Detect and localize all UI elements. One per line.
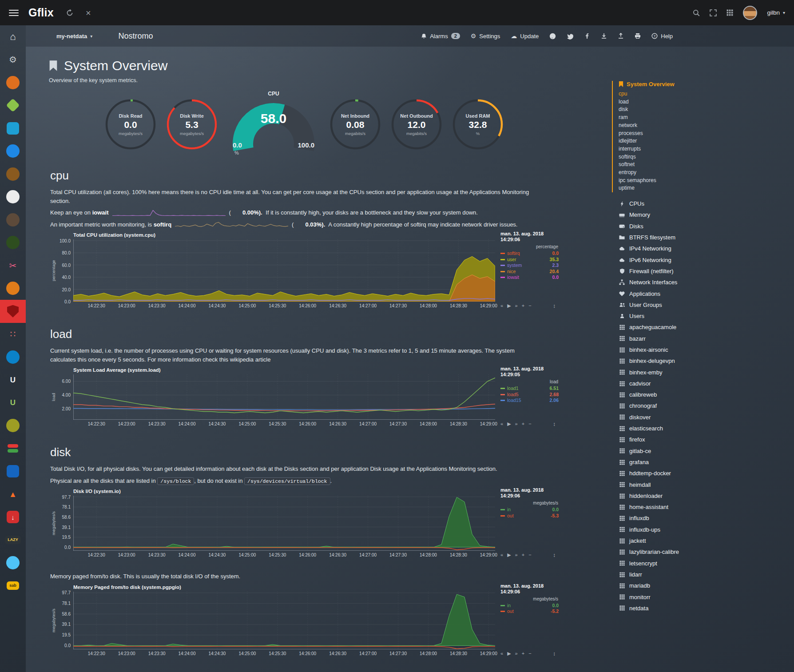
user-menu[interactable]: gilbn ▾ [767,9,785,16]
toc-section-system-overview[interactable]: System Overview [619,81,725,87]
chart-plot[interactable] [73,239,495,302]
chart-play-icon[interactable]: ▶ [507,303,511,309]
chart-zoom-out-icon[interactable]: − [528,421,531,427]
toc-container-heimdall[interactable]: heimdall [619,479,725,490]
toc-container-gitlab-ce[interactable]: gitlab-ce [619,445,725,457]
app-icon-ombi[interactable] [0,71,26,94]
github-link[interactable] [549,33,556,40]
toc-section-ipv6-networking[interactable]: IPv6 Networking [619,254,725,266]
legend-out[interactable]: out-5.3 [500,513,559,519]
close-icon[interactable]: × [86,8,91,17]
chart-plot[interactable] [73,374,495,420]
toc-container-calibreweb[interactable]: calibreweb [619,389,725,400]
chart-rewind-icon[interactable]: « [500,651,503,656]
app-icon-radarr[interactable] [0,186,26,209]
app-icon-droplet-app[interactable] [0,552,26,575]
legend-in[interactable]: in0.0 [500,603,559,609]
chart-load[interactable]: System Load Average (system.load) man. 1… [49,367,560,435]
toc-section-user-groups[interactable]: User Groups [619,299,725,310]
legend-in[interactable]: in0.0 [500,507,559,513]
toc-item-interrupts[interactable]: interrupts [619,145,725,153]
chart-rewind-icon[interactable]: « [500,303,503,309]
chart-cpu[interactable]: Total CPU utilization (system.cpu) man. … [49,232,560,317]
hamburger-menu-icon[interactable] [9,10,19,16]
toc-item-ipc-semaphores[interactable]: ipc semaphores [619,177,725,185]
toc-item-softirqs[interactable]: softirqs [619,153,725,161]
app-icon-home[interactable]: ⌂ [0,25,26,48]
chart-play-icon[interactable]: ▶ [507,651,511,656]
toc-item-ram[interactable]: ram [619,114,725,122]
legend-system[interactable]: system2.3 [500,262,559,269]
gauge-disk-read[interactable]: Disk Read0.0megabytes/s [104,96,157,152]
export-button[interactable] [618,33,624,39]
toc-item-uptime[interactable]: uptime [619,184,725,192]
toc-item-disk[interactable]: disk [619,106,725,114]
app-icon-duplicati[interactable] [0,437,26,460]
toc-container-lidarr[interactable]: lidarr [619,569,725,580]
app-icon-portainer[interactable] [0,117,26,140]
toc-container-influxdb[interactable]: influxdb [619,513,725,524]
host-selector[interactable]: my-netdata ▾ [56,33,92,40]
toc-item-cpu[interactable]: cpu [619,90,725,98]
app-icon-settings[interactable]: ⚙ [0,48,26,72]
toc-item-idlejitter[interactable]: idlejitter [619,137,725,145]
refresh-icon[interactable] [66,9,73,16]
toc-section-ipv4-networking[interactable]: IPv4 Networking [619,243,725,254]
chart-forward-icon[interactable]: » [515,421,518,427]
app-icon-lazylibrarian[interactable]: LAZY [0,529,26,552]
app-icon-krusader[interactable]: ∷ [0,323,26,346]
toc-container-bazarr[interactable]: bazarr [619,333,725,344]
gauge-net-inbound[interactable]: Net Inbound0.08megabits/s [329,96,382,152]
toc-container-monitorr[interactable]: monitorr [619,592,725,603]
toc-container-netdata[interactable]: netdata [619,603,725,614]
gauge-cpu[interactable]: CPU 58.0 0.0100.0 % [226,91,321,158]
chart-zoom-out-icon[interactable]: − [528,303,531,309]
chart-resize-handle[interactable]: ↕ [553,651,556,657]
app-icon-organizr-green[interactable] [0,231,26,254]
chart-resize-handle[interactable]: ↕ [553,552,556,558]
app-icon-mylar[interactable] [0,414,26,437]
alarms-button[interactable]: Alarms 2 [421,33,460,40]
legend-load5[interactable]: load52.68 [500,392,559,398]
legend-softirq[interactable]: softirq0.0 [500,251,559,257]
toc-container-grafana[interactable]: grafana [619,457,725,468]
toc-container-cadvisor[interactable]: cadvisor [619,378,725,389]
legend-load15[interactable]: load152.06 [500,398,559,404]
toc-container-elasticsearch[interactable]: elasticsearch [619,423,725,434]
toc-item-network[interactable]: network [619,122,725,130]
update-button[interactable]: ☁ Update [511,33,539,40]
chart-forward-icon[interactable]: » [515,552,518,558]
toc-section-network-interfaces[interactable]: Network Interfaces [619,277,725,288]
chart-resize-handle[interactable]: ↕ [553,303,556,309]
toc-container-hddtemp-docker[interactable]: hddtemp-docker [619,468,725,479]
toc-item-entropy[interactable]: entropy [619,169,725,177]
toc-section-memory[interactable]: Memory [619,209,725,220]
app-icon-deluge[interactable]: U [0,391,26,414]
app-icon-heimdall-tile[interactable] [0,460,26,483]
toc-section-firewall-netfilter[interactable]: Firewall (netfilter) [619,266,725,277]
search-icon[interactable] [693,9,700,16]
toc-container-diskover[interactable]: diskover [619,412,725,423]
toc-container-home-assistant[interactable]: home-assistant [619,501,725,513]
toc-container-letsencrypt[interactable]: letsencrypt [619,558,725,569]
toc-section-btrfs-filesystem[interactable]: BTRFS filesystem [619,232,725,243]
toc-section-disks[interactable]: Disks [619,221,725,232]
toc-container-mariadb[interactable]: mariadb [619,580,725,591]
app-icon-guacamole[interactable] [0,208,26,231]
app-icon-jackett[interactable] [0,163,26,186]
app-icon-downloader[interactable]: ↓ [0,506,26,529]
chart-plot[interactable] [73,592,495,649]
chart-zoom-in-icon[interactable]: + [522,651,524,656]
twitter-link[interactable] [567,33,573,40]
toc-container-binhex-airsonic[interactable]: binhex-airsonic [619,344,725,355]
toc-container-lazylibrarian-calibre[interactable]: lazylibrarian-calibre [619,546,725,557]
toc-container-jackett[interactable]: jackett [619,535,725,546]
chart-forward-icon[interactable]: » [515,651,518,656]
chart-rewind-icon[interactable]: « [500,421,503,427]
chart-plot[interactable] [73,496,495,551]
legend-iowait[interactable]: iowait0.0 [500,274,559,281]
toc-container-influxdb-ups[interactable]: influxdb-ups [619,524,725,535]
legend-nice[interactable]: nice20.4 [500,269,559,275]
app-icon-ubooquity[interactable] [0,277,26,300]
fullscreen-icon[interactable] [710,9,717,16]
